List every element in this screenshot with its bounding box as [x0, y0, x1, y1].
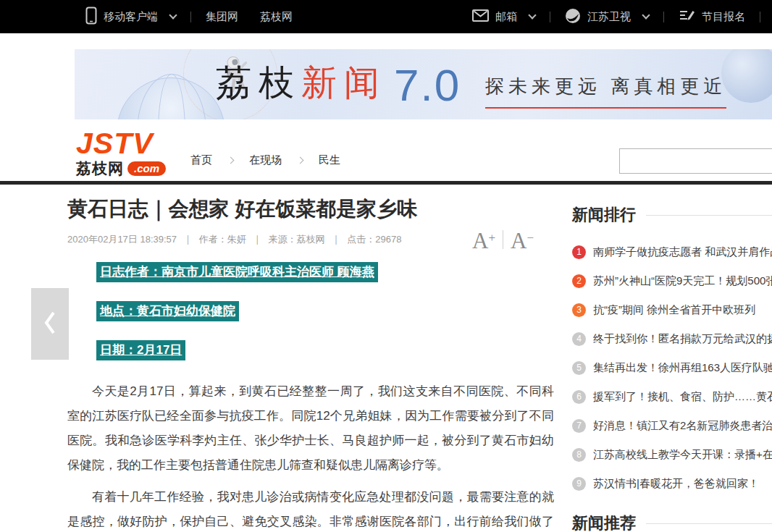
- previous-article-button[interactable]: [31, 288, 69, 360]
- ranking-item[interactable]: 9 苏汉情书|春暖花开，爸爸就回家！: [572, 476, 772, 491]
- article-paragraph: 今天是2月17日，算起来，到黄石已经整整一周了，我们这支来自不同医院、不同科室的…: [67, 379, 554, 478]
- pen-icon: [679, 9, 695, 25]
- jstv-channel-menu[interactable]: 江苏卫视: [565, 8, 649, 26]
- breadcrumb-subsection[interactable]: 民生: [319, 153, 340, 167]
- site-logo-com-badge: .com: [127, 161, 166, 176]
- mailbox-menu[interactable]: 邮箱: [472, 9, 535, 24]
- ranking-item[interactable]: 3 抗“疫”期间 徐州全省首开中欧班列: [572, 303, 772, 317]
- envelope-icon: [472, 9, 489, 24]
- ranking-item[interactable]: 6 援军到了！接机、食宿、防护……黄石这: [572, 389, 772, 404]
- highlight-author: 日志作者：南京市儿童医院呼吸科主治医师 顾海燕: [96, 262, 378, 282]
- meta-separator: ｜: [332, 233, 341, 246]
- rank-badge: 9: [572, 477, 586, 491]
- rank-badge: 6: [572, 390, 586, 404]
- font-tools-divider: [503, 230, 503, 249]
- ranking-item[interactable]: 2 苏州”火神山“医院9天完工！规划500张: [572, 274, 772, 288]
- heading-rule: [646, 215, 772, 216]
- article-source: 来源：荔枝网: [269, 233, 325, 246]
- breadcrumb-section[interactable]: 在现场: [249, 153, 282, 167]
- topbar-divider: [190, 12, 191, 22]
- ranking-item-title: 终于找到你！匿名捐款万元给武汉的扬州: [593, 332, 772, 346]
- banner-slogan: 探未来更远 离真相更近: [485, 74, 726, 109]
- news-ranking-list: 1 南师学子做抗疫志愿者 和武汉并肩作战 2 苏州”火神山“医院9天完工！规划5…: [572, 245, 772, 491]
- breadcrumb-home[interactable]: 首页: [190, 153, 212, 167]
- rank-badge: 2: [572, 274, 586, 288]
- header-divider: [0, 181, 772, 185]
- search-input[interactable]: [619, 148, 772, 174]
- group-site-link[interactable]: 集团网: [206, 10, 238, 24]
- phone-icon: [85, 7, 97, 27]
- font-increase-button[interactable]: A+: [472, 227, 495, 252]
- jstv-swirl-icon: [565, 8, 581, 26]
- article-paragraph: 有着十几年工作经验，我对患儿诊治或病情变化应急处理都没问题，最需要注意的就是感控…: [67, 485, 554, 532]
- program-signup-label: 节目报名: [702, 10, 745, 24]
- ranking-item[interactable]: 4 终于找到你！匿名捐款万元给武汉的扬州: [572, 332, 772, 346]
- ranking-item-title: 苏汉情书|春暖花开，爸爸就回家！: [593, 477, 759, 491]
- font-decrease-button[interactable]: A−: [511, 227, 534, 252]
- ranking-item[interactable]: 7 好消息！镇江又有2名新冠肺炎患者治愈出院: [572, 418, 772, 433]
- meta-separator: ｜: [183, 233, 193, 246]
- article-author: 作者：朱妍: [199, 233, 246, 246]
- site-logo-en: JSTV: [76, 130, 166, 156]
- highlight-date: 日期：2月17日: [96, 340, 185, 360]
- banner-brand: 荔枝 新闻 7.0: [216, 59, 461, 107]
- ranking-item-title: 集结再出发！徐州再组163人医疗队驰援湖北: [593, 361, 772, 375]
- mailbox-label: 邮箱: [495, 10, 517, 24]
- chevron-down-icon: [528, 11, 536, 19]
- mobile-client-label: 移动客户端: [104, 10, 158, 24]
- ranking-item-title: 好消息！镇江又有2名新冠肺炎患者治愈出院: [593, 419, 772, 433]
- breadcrumb-separator-icon: [227, 156, 235, 164]
- site-logo[interactable]: JSTV 荔枝网 .com: [76, 130, 166, 179]
- ranking-item-title: 援军到了！接机、食宿、防护……黄石这: [593, 390, 772, 404]
- chevron-down-icon: [169, 11, 177, 19]
- ranking-item-title: 苏州”火神山“医院9天完工！规划500张: [593, 274, 772, 288]
- article-title: 黄石日志｜会想家 好在饭菜都是家乡味: [67, 197, 554, 221]
- article-date: 2020年02月17日 18:39:57: [67, 233, 177, 246]
- jstv-channel-label: 江苏卫视: [587, 10, 631, 24]
- chevron-left-icon: [41, 308, 59, 340]
- topbar-divider: [550, 12, 550, 22]
- rank-badge: 8: [572, 448, 586, 462]
- site-logo-cn: 荔枝网: [76, 159, 124, 179]
- heading-rule: [646, 523, 772, 524]
- meta-separator: ｜: [253, 233, 262, 246]
- article-highlights: 日志作者：南京市儿童医院呼吸科主治医师 顾海燕 地点：黄石市妇幼保健院 日期：2…: [96, 262, 554, 360]
- rank-badge: 5: [572, 361, 586, 375]
- moon-graphic: [721, 49, 772, 103]
- news-recommend-title: 新闻推荐: [572, 512, 636, 532]
- topbar-divider: [663, 12, 664, 22]
- news-ranking-header: 新闻排行: [572, 204, 772, 226]
- ranking-item[interactable]: 8 江苏高校线上教学今天开课：录播+在线直播: [572, 447, 772, 462]
- mobile-client-menu[interactable]: 移动客户端: [85, 7, 176, 27]
- ranking-item-title: 江苏高校线上教学今天开课：录播+在线直播: [593, 448, 772, 462]
- lizhi-news-banner[interactable]: 荔枝 新闻 7.0 探未来更远 离真相更近: [75, 49, 772, 119]
- rank-badge: 7: [572, 419, 586, 433]
- news-ranking-title: 新闻排行: [572, 204, 636, 226]
- sidebar: 新闻排行 1 南师学子做抗疫志愿者 和武汉并肩作战 2 苏州”火神山“医院9天完…: [572, 185, 772, 532]
- topbar: 移动客户端 集团网 荔枝网 邮箱 江苏卫视 节目报名: [0, 0, 772, 33]
- news-recommend-header: 新闻推荐: [572, 512, 772, 532]
- banner-brand-red: 新闻: [301, 59, 387, 107]
- highlight-location: 地点：黄石市妇幼保健院: [96, 301, 239, 321]
- banner-brand-black: 荔枝: [216, 59, 301, 107]
- article: 黄石日志｜会想家 好在饭菜都是家乡味 2020年02月17日 18:39:57 …: [67, 185, 554, 532]
- rank-badge: 3: [572, 303, 586, 317]
- rank-badge: 4: [572, 332, 586, 346]
- breadcrumb-separator-icon: [297, 156, 304, 164]
- rank-badge: 1: [572, 245, 586, 259]
- font-size-tools: A+ A−: [472, 227, 534, 252]
- topbar-divider: [760, 12, 760, 22]
- banner-version: 7.0: [394, 64, 461, 107]
- lizhi-site-link[interactable]: 荔枝网: [260, 10, 293, 24]
- ranking-item[interactable]: 1 南师学子做抗疫志愿者 和武汉并肩作战: [572, 245, 772, 259]
- breadcrumb: 首页 在现场 民生: [190, 145, 340, 175]
- ranking-item-title: 抗“疫”期间 徐州全省首开中欧班列: [593, 303, 755, 317]
- program-signup-link[interactable]: 节目报名: [679, 9, 745, 25]
- ranking-item[interactable]: 5 集结再出发！徐州再组163人医疗队驰援湖北: [572, 360, 772, 375]
- article-clicks: 点击：29678: [347, 233, 401, 246]
- ranking-item-title: 南师学子做抗疫志愿者 和武汉并肩作战: [593, 245, 772, 259]
- chevron-down-icon: [642, 11, 650, 19]
